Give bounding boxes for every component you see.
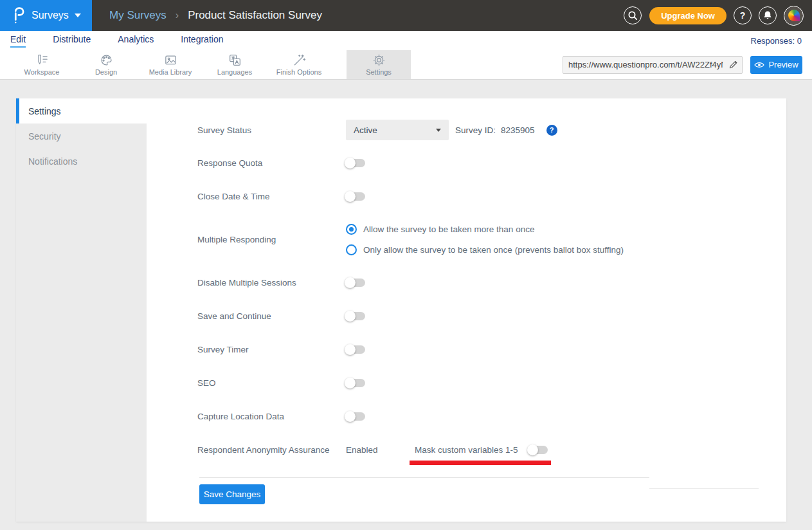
- field-label: Disable Multiple Sessions: [197, 278, 346, 288]
- capture-location-data-toggle[interactable]: [346, 412, 365, 421]
- edit-url-button[interactable]: [724, 57, 742, 73]
- radio-option-label: Only allow the survey to be taken once (…: [363, 245, 624, 255]
- settings-icon: [372, 53, 386, 67]
- toolbar-item-settings[interactable]: Settings: [347, 50, 411, 79]
- toolbar-item-label: Settings: [366, 68, 392, 76]
- field-label: Survey Timer: [197, 345, 346, 354]
- multiple-responding-options: Allow the survey to be taken more than o…: [346, 219, 624, 260]
- survey-status-row: Survey Status Active Survey ID: 8235905 …: [197, 120, 786, 140]
- settings-sidebar: Settings Security Notifications: [16, 98, 147, 522]
- save-and-continue-toggle[interactable]: [346, 312, 365, 320]
- survey-url-input[interactable]: [563, 60, 724, 69]
- toolbar-item-languages[interactable]: Languages: [203, 50, 267, 79]
- survey-id-label: Survey ID:: [455, 125, 496, 135]
- survey-url-field: [563, 56, 743, 74]
- help-button[interactable]: ?: [734, 6, 752, 24]
- toolbar-item-workspace[interactable]: Workspace: [10, 50, 74, 79]
- seo-row: SEO: [197, 372, 786, 394]
- settings-card: Settings Security Notifications Survey S…: [16, 98, 786, 522]
- page-title: Product Satisfaction Survey: [188, 9, 322, 22]
- toolbar-item-design[interactable]: Design: [74, 50, 138, 79]
- radio-unselected-icon: [346, 244, 357, 255]
- close-date-time-toggle[interactable]: [346, 192, 365, 201]
- sidebar-item-security[interactable]: Security: [16, 123, 147, 149]
- sidebar-item-settings[interactable]: Settings: [16, 98, 147, 123]
- toggle-knob: [345, 378, 356, 388]
- toggle-knob: [527, 444, 538, 455]
- survey-id-help-icon[interactable]: ?: [546, 125, 557, 136]
- bell-icon: [762, 10, 773, 21]
- preview-button[interactable]: Preview: [750, 56, 802, 74]
- field-label: Response Quota: [197, 158, 346, 168]
- radio-selected-icon: [346, 224, 357, 235]
- user-avatar[interactable]: [784, 6, 804, 26]
- brand-menu[interactable]: Surveys: [0, 0, 92, 31]
- tab-edit[interactable]: Edit: [10, 34, 26, 48]
- chevron-down-icon: [75, 14, 81, 17]
- sidebar-item-notifications[interactable]: Notifications: [16, 149, 147, 174]
- toggle-knob: [345, 191, 356, 202]
- field-label: Survey Status: [197, 125, 346, 135]
- disable-multiple-sessions-toggle[interactable]: [346, 279, 365, 287]
- response-quota-toggle[interactable]: [346, 159, 365, 167]
- survey-id-value: 8235905: [501, 125, 535, 135]
- search-icon: [627, 10, 638, 21]
- toggle-knob: [345, 311, 356, 322]
- toggle-knob: [345, 158, 356, 169]
- mask-custom-variables-label: Mask custom variables 1-5: [415, 445, 528, 455]
- toolbar-item-label: Workspace: [24, 68, 60, 76]
- edit-toolbar: Workspace Design Media Library Languages…: [0, 50, 812, 80]
- questionpro-logo-icon: [13, 6, 25, 24]
- header-actions: Upgrade Now ?: [617, 6, 812, 26]
- close-date-time-row: Close Date & Time: [197, 185, 786, 207]
- field-label: Save and Continue: [197, 311, 346, 321]
- toolbar-item-finish-options[interactable]: Finish Options: [267, 50, 331, 79]
- save-and-continue-row: Save and Continue: [197, 305, 786, 327]
- search-button[interactable]: [624, 6, 642, 24]
- design-icon: [100, 53, 113, 67]
- mask-custom-variables-toggle[interactable]: [528, 446, 548, 454]
- upgrade-now-button[interactable]: Upgrade Now: [649, 7, 726, 24]
- notifications-button[interactable]: [759, 6, 777, 24]
- finish-options-icon: [293, 53, 306, 67]
- toolbar-item-media-library[interactable]: Media Library: [138, 50, 203, 79]
- form-divider: [199, 477, 649, 478]
- brand-label: Surveys: [32, 10, 69, 21]
- help-icon: ?: [740, 10, 746, 21]
- avatar-image: [788, 10, 800, 21]
- toggle-knob: [345, 277, 356, 288]
- media-library-icon: [164, 53, 177, 67]
- eye-icon: [754, 61, 764, 69]
- top-header: Surveys My Surveys › Product Satisfactio…: [0, 0, 812, 31]
- chevron-down-icon: [436, 129, 441, 132]
- sidebar-item-label: Notifications: [28, 156, 77, 167]
- field-label: Close Date & Time: [197, 192, 346, 201]
- secondary-divider: [649, 488, 759, 489]
- tab-analytics[interactable]: Analytics: [118, 34, 154, 48]
- survey-timer-row: Survey Timer: [197, 338, 786, 360]
- field-label: Respondent Anonymity Assurance: [197, 445, 346, 455]
- content-area: Settings Security Notifications Survey S…: [0, 80, 812, 522]
- main-nav: Edit Distribute Analytics Integration Re…: [0, 31, 812, 50]
- settings-form: Survey Status Active Survey ID: 8235905 …: [147, 98, 786, 522]
- workspace-icon: [35, 53, 49, 67]
- responses-count: Responses: 0: [751, 36, 802, 46]
- radio-option-only-once[interactable]: Only allow the survey to be taken once (…: [346, 239, 624, 260]
- survey-status-select[interactable]: Active: [346, 120, 449, 140]
- toolbar-item-label: Finish Options: [276, 68, 321, 76]
- save-changes-button[interactable]: Save Changes: [199, 484, 265, 504]
- field-label: SEO: [197, 378, 346, 388]
- breadcrumb-parent[interactable]: My Surveys: [109, 9, 167, 22]
- toolbar-item-label: Design: [95, 68, 117, 76]
- response-quota-row: Response Quota: [197, 152, 786, 174]
- radio-option-more-than-once[interactable]: Allow the survey to be taken more than o…: [346, 219, 624, 239]
- pencil-icon: [728, 60, 738, 69]
- preview-label: Preview: [768, 60, 798, 69]
- tab-integration[interactable]: Integration: [181, 34, 223, 48]
- tab-distribute[interactable]: Distribute: [53, 34, 91, 48]
- survey-timer-toggle[interactable]: [346, 345, 365, 354]
- field-label: Multiple Responding: [197, 235, 346, 244]
- seo-toggle[interactable]: [346, 379, 365, 387]
- toolbar-item-label: Media Library: [149, 68, 192, 76]
- breadcrumb-separator: ›: [176, 10, 179, 21]
